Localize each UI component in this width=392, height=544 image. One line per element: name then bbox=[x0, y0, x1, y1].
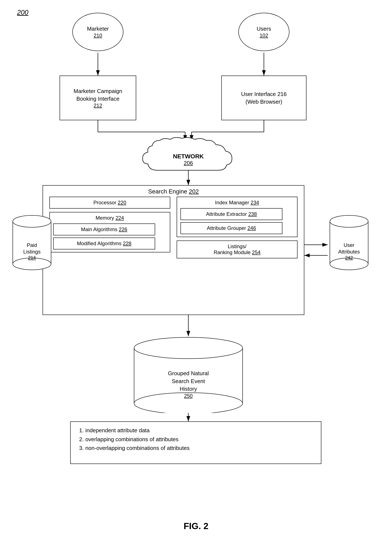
list-item-2: 2. overlapping combinations of attribute… bbox=[79, 435, 312, 444]
list-item-1: 1. independent attribute data bbox=[79, 426, 312, 435]
users-id: 102 bbox=[260, 33, 268, 39]
figure-label: 200 bbox=[17, 8, 28, 16]
marketer-id: 210 bbox=[94, 33, 102, 39]
main-algorithms-box: Main Algorithms 226 bbox=[53, 224, 155, 235]
attribute-extractor-box: Attribute Extractor 238 bbox=[180, 208, 282, 220]
index-manager-box: Index Manager 234 Attribute Extractor 23… bbox=[177, 197, 297, 237]
grouped-natural-node: Grouped NaturalSearch EventHistory 250 bbox=[132, 336, 245, 413]
grouped-natural-id: 250 bbox=[184, 393, 193, 399]
processor-box: Processor 220 bbox=[49, 197, 170, 209]
svg-point-20 bbox=[330, 215, 368, 227]
search-engine-box: Search Engine 202 Processor 220 Memory 2… bbox=[42, 185, 304, 315]
users-node: Users 102 bbox=[238, 13, 289, 51]
paid-listings-label: PaidListings bbox=[23, 242, 41, 255]
left-col: Processor 220 Memory 224 Main Algorithms… bbox=[49, 197, 170, 258]
user-attributes-label: UserAttributes bbox=[338, 242, 360, 255]
marketer-campaign-node: Marketer CampaignBooking Interface 212 bbox=[59, 76, 136, 120]
diagram: 200 Marketer 210 bbox=[0, 0, 392, 544]
marketer-label: Marketer bbox=[87, 25, 109, 33]
user-interface-label: User Interface 216(Web Browser) bbox=[241, 90, 287, 106]
attribute-grouper-box: Attribute Grouper 246 bbox=[180, 222, 282, 234]
marketer-campaign-id: 212 bbox=[94, 103, 102, 109]
paid-listings-id: 214 bbox=[28, 255, 36, 260]
paid-listings-node: PaidListings 214 bbox=[11, 213, 53, 272]
marketer-node: Marketer 210 bbox=[72, 13, 124, 51]
users-label: Users bbox=[257, 25, 271, 33]
grouped-natural-label: Grouped NaturalSearch EventHistory bbox=[168, 369, 209, 393]
user-attributes-node: UserAttributes 242 bbox=[328, 213, 370, 272]
network-node: NETWORK 206 bbox=[140, 136, 236, 179]
search-engine-title: Search Engine 202 bbox=[43, 188, 304, 195]
marketer-campaign-label: Marketer CampaignBooking Interface bbox=[74, 87, 122, 103]
list-item-3: 3. non-overlapping combinations of attri… bbox=[79, 444, 312, 453]
network-id: 206 bbox=[184, 160, 193, 166]
list-box: 1. independent attribute data 2. overlap… bbox=[70, 421, 321, 464]
listings-ranking-box: Listings/Ranking Module 254 bbox=[177, 241, 297, 258]
modified-algorithms-box: Modified Algorithms 228 bbox=[53, 237, 155, 249]
user-interface-node: User Interface 216(Web Browser) bbox=[221, 76, 306, 120]
svg-point-23 bbox=[134, 337, 243, 359]
user-attributes-id: 242 bbox=[345, 255, 353, 260]
memory-box: Memory 224 Main Algorithms 226 Modified … bbox=[49, 212, 170, 252]
svg-point-17 bbox=[13, 215, 51, 227]
network-label: NETWORK bbox=[173, 153, 204, 160]
right-col: Index Manager 234 Attribute Extractor 23… bbox=[177, 197, 297, 258]
figure-caption: FIG. 2 bbox=[0, 521, 392, 531]
